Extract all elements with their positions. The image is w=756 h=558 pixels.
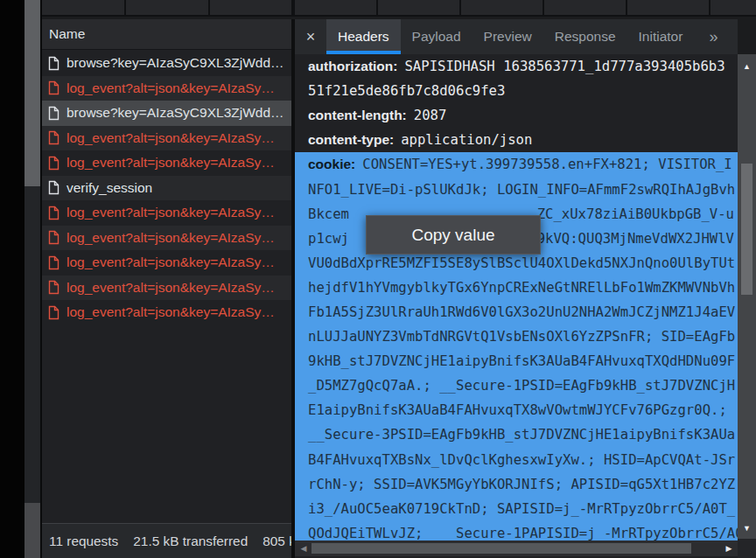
context-menu: Copy value bbox=[366, 215, 541, 255]
vertical-scrollbar-thumb[interactable] bbox=[741, 164, 752, 295]
request-label: log_event?alt=json&key=AIzaSy… bbox=[66, 130, 275, 146]
header-line-continued: 51f21e5de86fb7c8d06c9fe3 bbox=[295, 79, 738, 103]
scroll-down-icon[interactable]: ▼ bbox=[738, 520, 756, 537]
grid-cell bbox=[295, 0, 376, 15]
header-line-content-type: content-type:application/json bbox=[295, 128, 738, 152]
header-value: rChN-y; SSID=AVK5MGyYbKORJNIfS; APISID=q… bbox=[308, 477, 735, 492]
scroll-left-icon[interactable]: ◀ bbox=[297, 541, 311, 556]
tab-label: Preview bbox=[484, 29, 532, 45]
page-scrollbar[interactable] bbox=[24, 0, 40, 558]
grid-cell bbox=[627, 0, 709, 15]
tab-label: Response bbox=[555, 29, 616, 45]
grid-cell bbox=[210, 0, 291, 15]
header-line-continued: QOdJQEiTWLvJZ; __Secure-1PAPISID=j_-MrRT… bbox=[295, 521, 738, 541]
request-row[interactable]: log_event?alt=json&key=AIzaSy… bbox=[42, 126, 291, 151]
request-row[interactable]: log_event?alt=json&key=AIzaSy… bbox=[42, 276, 291, 301]
close-icon[interactable]: × bbox=[295, 19, 326, 54]
name-column-label: Name bbox=[49, 26, 85, 41]
scroll-up-icon[interactable]: ▲ bbox=[738, 58, 756, 75]
header-value: Fb1A5SjZ3UlRraUh1RWd6V0lGX3o2UnU2NHA2WmJ… bbox=[308, 304, 735, 320]
name-column-header[interactable]: Name bbox=[42, 19, 291, 50]
header-line-authorization: authorization:SAPISIDHASH 1638563771_1d7… bbox=[295, 54, 738, 79]
request-row[interactable]: verify_session bbox=[42, 176, 291, 201]
request-label: log_event?alt=json&key=AIzaSy… bbox=[66, 80, 275, 96]
page-scrollbar-bottom[interactable] bbox=[24, 503, 40, 558]
header-value: 51f21e5de86fb7c8d06c9fe3 bbox=[308, 83, 505, 99]
header-value: NFO1_LIVE=Di-pSlUKdJk; LOGIN_INFO=AFmmF2… bbox=[308, 182, 735, 198]
header-value: E1aipyBnifsK3AUaB4FAHvuxqTX8wVOwtmWJYCFv… bbox=[308, 402, 727, 418]
header-value: _D5MZ7gQcQ7aA.; __Secure-1PSID=EAgFb9kHB… bbox=[308, 378, 735, 394]
page-background bbox=[0, 0, 24, 558]
request-row[interactable]: log_event?alt=json&key=AIzaSy… bbox=[42, 250, 291, 276]
request-label: browse?key=AIzaSyC9XL3ZjWdd… bbox=[66, 55, 284, 71]
file-icon bbox=[48, 130, 60, 145]
request-row[interactable]: log_event?alt=json&key=AIzaSy… bbox=[42, 300, 291, 325]
file-icon bbox=[48, 255, 60, 270]
tab-payload[interactable]: Payload bbox=[401, 19, 472, 54]
request-label: log_event?alt=json&key=AIzaSy… bbox=[66, 205, 275, 220]
horizontal-scrollbar-thumb[interactable] bbox=[312, 543, 691, 554]
header-value-fragment: ZC_xUx78ziAiB0UkbpGB_V-u bbox=[537, 206, 734, 222]
tab-more-tabs[interactable]: » bbox=[697, 19, 729, 54]
header-line-continued: NFO1_LIVE=Di-pSlUKdJk; LOGIN_INFO=AFmmF2… bbox=[295, 177, 738, 201]
request-label: log_event?alt=json&key=AIzaSy… bbox=[66, 255, 275, 270]
request-row[interactable]: log_event?alt=json&key=AIzaSy… bbox=[42, 150, 291, 176]
header-line-continued: nLUJJaUNYZ3VmbTdNRGVtQ1VsbENsOXl6YzZPSnF… bbox=[295, 324, 738, 349]
transferred-size: 21.5 kB transferred bbox=[133, 534, 248, 549]
scroll-right-icon[interactable]: ▶ bbox=[722, 541, 736, 556]
grid-cell bbox=[544, 0, 626, 15]
requests-panel: Name browse?key=AIzaSyC9XL3ZjWdd…log_eve… bbox=[42, 19, 291, 558]
request-row[interactable]: browse?key=AIzaSyC9XL3ZjWdd… bbox=[42, 51, 291, 76]
context-menu-item-copy-value[interactable]: Copy value bbox=[411, 226, 494, 245]
header-value: hejdfV1hYVmgyblkyTGx6YnpCRExNeGtNRElLbFo… bbox=[308, 280, 735, 296]
header-value: i3_/AuOC5eaK0719CkTnD; SAPISID=j_-MrRTpy… bbox=[308, 501, 735, 517]
file-icon bbox=[48, 230, 60, 245]
request-label: verify_session bbox=[66, 180, 152, 196]
file-icon bbox=[48, 80, 60, 95]
page-scrollbar-thumb[interactable] bbox=[24, 0, 40, 186]
tab-headers[interactable]: Headers bbox=[326, 19, 401, 54]
request-row[interactable]: log_event?alt=json&key=AIzaSy… bbox=[42, 200, 291, 226]
header-value-fragment: Bkcem bbox=[308, 206, 349, 222]
horizontal-scrollbar[interactable]: ◀ ▶ bbox=[295, 541, 738, 556]
header-line-continued: rChN-y; SSID=AVK5MGyYbKORJNIfS; APISID=q… bbox=[295, 472, 738, 497]
grid-cell bbox=[461, 0, 542, 15]
tab-response[interactable]: Response bbox=[543, 19, 627, 54]
tab-label: » bbox=[709, 28, 718, 46]
header-key: cookie: bbox=[308, 157, 355, 172]
header-value: QOdJQEiTWLvJZ; __Secure-1PAPISID=j_-MrRT… bbox=[308, 526, 738, 541]
request-row[interactable]: browse?key=AIzaSyC9XL3ZjWdd… bbox=[42, 101, 291, 126]
request-detail-panel: × HeadersPayloadPreviewResponseInitiator… bbox=[295, 19, 738, 558]
file-icon bbox=[48, 280, 60, 295]
header-value: B4FAHvuxqTXBsNx_lDvQclKghesxwIyXw.; HSID… bbox=[308, 452, 735, 468]
header-value: VU0dBdXprRE5MZFI5SE8ySlBSclU4OXlDekd5NXJ… bbox=[308, 255, 735, 271]
request-row[interactable]: log_event?alt=json&key=AIzaSy… bbox=[42, 226, 291, 251]
request-label: log_event?alt=json&key=AIzaSy… bbox=[66, 304, 275, 320]
header-line-continued: E1aipyBnifsK3AUaB4FAHvuxqTX8wVOwtmWJYCFv… bbox=[295, 398, 738, 422]
grid-cell bbox=[42, 0, 124, 15]
grid-cell bbox=[126, 0, 208, 15]
header-value-fragment: p1cwj bbox=[308, 231, 349, 247]
header-value: CONSENT=YES+yt.399739558.en+FX+821; VISI… bbox=[362, 157, 732, 172]
header-key: authorization: bbox=[308, 59, 397, 74]
header-line-continued: hejdfV1hYVmgyblkyTGx6YnpCRExNeGtNRElLbFo… bbox=[295, 276, 738, 300]
header-value: 2087 bbox=[414, 108, 447, 123]
header-value: SAPISIDHASH 1638563771_1d777a393405b6b3 bbox=[404, 59, 724, 74]
file-icon bbox=[48, 106, 60, 121]
requests-count: 11 requests bbox=[49, 534, 118, 549]
file-icon bbox=[48, 305, 60, 320]
vertical-scrollbar[interactable]: ▲ ▼ bbox=[738, 54, 756, 539]
header-value: application/json bbox=[401, 132, 532, 148]
header-value-fragment: 9kVQ:QUQ3MjNmeVdWX2JHWlV bbox=[537, 231, 734, 247]
grid-cell bbox=[710, 0, 756, 15]
tab-preview[interactable]: Preview bbox=[472, 19, 543, 54]
headers-content: authorization:SAPISIDHASH 1638563771_1d7… bbox=[295, 54, 738, 541]
header-line-continued: 9kHB_stJ7DVZNCjHE1aipyBnifsK3AUaB4FAHvux… bbox=[295, 349, 738, 373]
devtools-network-panel: Name browse?key=AIzaSyC9XL3ZjWdd…log_eve… bbox=[0, 0, 756, 558]
tab-initiator[interactable]: Initiator bbox=[627, 19, 695, 54]
detail-tab-bar: × HeadersPayloadPreviewResponseInitiator… bbox=[295, 19, 738, 54]
request-row[interactable]: log_event?alt=json&key=AIzaSy… bbox=[42, 76, 291, 101]
resources-size: 805 k bbox=[262, 534, 291, 549]
file-icon bbox=[48, 56, 60, 71]
header-key: content-type: bbox=[308, 132, 394, 148]
